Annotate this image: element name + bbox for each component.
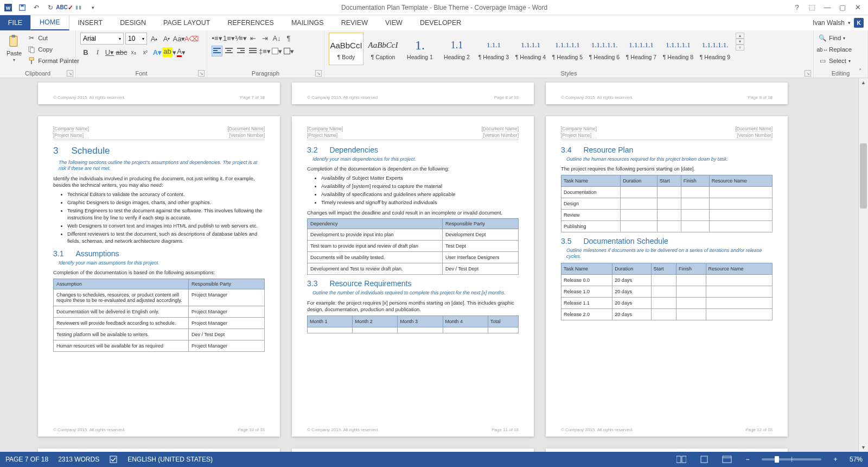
- account-area[interactable]: Ivan Walsh▾ K: [813, 15, 868, 30]
- spellcheck-icon[interactable]: ABC✓: [59, 2, 71, 14]
- align-center-button[interactable]: [224, 46, 234, 56]
- status-page[interactable]: PAGE 7 OF 18: [5, 456, 48, 463]
- tab-home[interactable]: HOME: [30, 15, 69, 30]
- highlight-button[interactable]: ab▾: [164, 47, 175, 58]
- tab-file[interactable]: FILE: [0, 15, 30, 30]
- style-item[interactable]: AaBbCcI¶ Caption: [366, 33, 400, 65]
- style-item[interactable]: 1.1.1.1.1.¶ Heading 9: [698, 33, 732, 65]
- select-button[interactable]: ▭Select ▾: [818, 55, 851, 66]
- style-item[interactable]: 1.1.1.1.1¶ Heading 5: [550, 33, 585, 65]
- style-item[interactable]: 1.1.1.1.1.¶ Heading 6: [587, 33, 622, 65]
- font-color-button[interactable]: A▾: [176, 47, 187, 58]
- italic-button[interactable]: I: [92, 47, 103, 58]
- scroll-thumb[interactable]: [860, 143, 867, 209]
- strikethrough-button[interactable]: abc: [116, 47, 127, 58]
- decrease-indent-button[interactable]: ⇤: [247, 33, 258, 43]
- style-item[interactable]: 1.1.1.1¶ Heading 4: [513, 33, 548, 65]
- replace-icon: ab↔: [818, 45, 827, 54]
- zoom-level[interactable]: 57%: [850, 456, 863, 463]
- tab-mailings[interactable]: MAILINGS: [283, 15, 333, 30]
- undo-icon[interactable]: ↶: [30, 2, 42, 14]
- print-layout-button[interactable]: [698, 454, 711, 465]
- status-language[interactable]: ENGLISH (UNITED STATES): [127, 456, 213, 463]
- clipboard-dialog-launcher[interactable]: ↘: [67, 70, 73, 77]
- align-left-button[interactable]: [212, 46, 222, 56]
- replace-button[interactable]: ab↔Replace: [818, 44, 852, 55]
- status-words[interactable]: 2313 WORDS: [58, 456, 99, 463]
- justify-button[interactable]: [247, 46, 258, 56]
- line-spacing-button[interactable]: ‡≡▾: [259, 46, 270, 56]
- zoom-in-button[interactable]: +: [831, 456, 840, 463]
- shrink-font-button[interactable]: A▾: [161, 33, 172, 44]
- paste-button[interactable]: Paste ▾: [4, 33, 24, 64]
- page-10[interactable]: [Company Name][Project Name] [Document N…: [38, 116, 280, 437]
- tab-page-layout[interactable]: PAGE LAYOUT: [155, 15, 219, 30]
- bullets-button[interactable]: •≡▾: [212, 33, 222, 43]
- clear-formatting-button[interactable]: A⌫: [186, 33, 197, 44]
- web-layout-button[interactable]: [720, 454, 733, 465]
- font-size-combo[interactable]: 10▾: [125, 33, 147, 45]
- multilevel-button[interactable]: ⅟≡▾: [235, 33, 246, 43]
- style-item[interactable]: 1.Heading 1: [403, 33, 437, 65]
- style-item[interactable]: 1.1.1.1.1¶ Heading 7: [624, 33, 659, 65]
- read-mode-button[interactable]: [675, 454, 688, 465]
- style-item[interactable]: 1.1.1.1.1¶ Heading 8: [661, 33, 695, 65]
- window-controls: ? ⬚ — ▢ ✕: [790, 2, 868, 14]
- ribbon-display-icon[interactable]: ⬚: [805, 2, 819, 14]
- touch-mode-icon[interactable]: [73, 2, 85, 14]
- styles-dialog-launcher[interactable]: ↘: [805, 70, 811, 77]
- align-right-button[interactable]: [235, 46, 246, 56]
- font-dialog-launcher[interactable]: ↘: [198, 70, 205, 77]
- format-painter-button[interactable]: Format Painter: [27, 55, 79, 66]
- tab-design[interactable]: DESIGN: [111, 15, 155, 30]
- find-button[interactable]: 🔍Find ▾: [818, 33, 845, 43]
- underline-button[interactable]: U▾: [104, 47, 115, 58]
- status-proofing-icon[interactable]: [109, 455, 118, 464]
- subscript-button[interactable]: x₂: [128, 47, 139, 58]
- numbering-button[interactable]: 1≡▾: [224, 33, 234, 43]
- collapse-ribbon-button[interactable]: ˄: [856, 67, 865, 75]
- text-effects-button[interactable]: A▾: [152, 47, 163, 58]
- tab-references[interactable]: REFERENCES: [219, 15, 282, 30]
- save-icon[interactable]: [16, 2, 28, 14]
- tab-developer[interactable]: DEVELOPER: [411, 15, 470, 30]
- font-name-combo[interactable]: Arial▾: [80, 33, 124, 45]
- increase-indent-button[interactable]: ⇥: [259, 33, 270, 43]
- shading-button[interactable]: ▾: [271, 46, 282, 56]
- superscript-button[interactable]: x²: [140, 47, 151, 58]
- zoom-out-button[interactable]: −: [743, 456, 752, 463]
- page-11[interactable]: [Company Name][Project Name] [Document N…: [292, 116, 534, 437]
- styles-gallery-scroll[interactable]: ▴▾▿: [736, 33, 744, 51]
- cut-button[interactable]: ✂Cut: [27, 33, 79, 43]
- borders-button[interactable]: ▾: [283, 46, 294, 56]
- scroll-down-arrow[interactable]: ▼: [859, 443, 868, 452]
- vertical-scrollbar[interactable]: ▲ ▼: [858, 78, 868, 452]
- tab-review[interactable]: REVIEW: [333, 15, 376, 30]
- style-item[interactable]: 1.1Heading 2: [439, 33, 474, 65]
- redo-icon[interactable]: ↻: [44, 2, 56, 14]
- sort-button[interactable]: A↓: [271, 33, 282, 43]
- change-case-button[interactable]: Aa▾: [174, 33, 184, 44]
- minimize-icon[interactable]: —: [820, 2, 834, 14]
- qat-customize-icon[interactable]: ▾: [87, 2, 99, 14]
- styles-gallery: AaBbCcI¶ BodyAaBbCcI¶ Caption1.Heading 1…: [329, 33, 732, 65]
- zoom-knob[interactable]: [775, 456, 779, 463]
- grow-font-button[interactable]: A▴: [149, 33, 159, 44]
- resource-plan-table: Task NameDurationStartFinishResource Nam…: [561, 175, 773, 232]
- show-marks-button[interactable]: ¶: [283, 33, 294, 43]
- tab-view[interactable]: VIEW: [376, 15, 411, 30]
- page-12[interactable]: [Company Name][Project Name] [Document N…: [546, 116, 788, 437]
- scroll-up-arrow[interactable]: ▲: [859, 78, 868, 87]
- zoom-slider[interactable]: [762, 458, 821, 460]
- style-item[interactable]: 1.1.1¶ Heading 3: [476, 33, 511, 65]
- pages-container[interactable]: © Company 2015. All rights reserved.Page…: [0, 78, 858, 452]
- tab-insert[interactable]: INSERT: [69, 15, 112, 30]
- close-icon[interactable]: ✕: [851, 2, 865, 14]
- group-label-styles: Styles↘: [329, 69, 809, 77]
- help-icon[interactable]: ?: [790, 2, 804, 14]
- paragraph-dialog-launcher[interactable]: ↘: [315, 70, 322, 77]
- copy-button[interactable]: Copy: [27, 44, 79, 55]
- maximize-icon[interactable]: ▢: [835, 2, 850, 14]
- style-item[interactable]: AaBbCcI¶ Body: [329, 33, 363, 65]
- bold-button[interactable]: B: [80, 47, 91, 58]
